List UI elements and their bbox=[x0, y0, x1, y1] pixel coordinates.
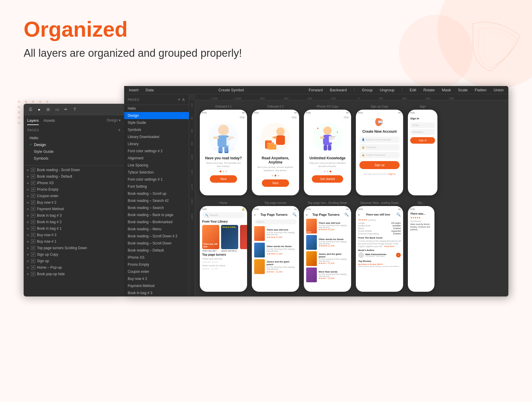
menu-create-symbol[interactable]: Create Symbol bbox=[218, 88, 244, 92]
app-logo: 📖 bbox=[374, 117, 385, 128]
page-entry-buy-now-2[interactable]: Buy now # 2 bbox=[124, 275, 189, 282]
menu-scale[interactable]: Scale bbox=[458, 88, 468, 92]
page-entry-styleguide[interactable]: Style Guide bbox=[124, 119, 189, 126]
search-icon-disc[interactable]: 🔍 bbox=[396, 213, 401, 217]
page-entry-iphone-xs[interactable]: iPhone XS bbox=[124, 254, 189, 261]
onboard-1-btn[interactable]: Next bbox=[210, 175, 237, 183]
resize-tool-icon[interactable]: ⊞ bbox=[45, 106, 51, 113]
layer-book-popup-hide[interactable]: ▶ # Book pop-up hide bbox=[24, 271, 124, 277]
page-entry-font-setting[interactable]: Font Setting bbox=[124, 183, 189, 190]
layers-toolbar: ☰ ▸ ⊞ ▭ ✒ T bbox=[24, 104, 124, 115]
page-entry-alignment[interactable]: Alignment bbox=[124, 155, 189, 162]
page-entry-book-default[interactable]: Book reading – Default bbox=[124, 247, 189, 254]
page-entry-hello[interactable]: Hello bbox=[124, 105, 189, 112]
menu-rotate[interactable]: Rotate bbox=[423, 88, 434, 92]
layer-frame-icon: # bbox=[31, 181, 35, 185]
svg-text:📖: 📖 bbox=[378, 120, 383, 125]
menu-mask[interactable]: Mask bbox=[442, 88, 451, 92]
menu-forward[interactable]: Forward bbox=[309, 88, 323, 92]
canvas-area[interactable]: -1,200 -1,000 -800 -600 -400 -200 0 200 … bbox=[189, 94, 508, 296]
menu-edit[interactable]: Edit bbox=[410, 88, 416, 92]
layer-home-popup[interactable]: ▶ # Home – Pop-up bbox=[24, 264, 124, 271]
sign-in-btn[interactable]: Sign in bbox=[410, 137, 435, 144]
menu-insert[interactable]: Insert bbox=[129, 88, 139, 92]
text-tool-icon[interactable]: T bbox=[72, 106, 78, 113]
layer-signup[interactable]: ▶ # Sign up bbox=[24, 258, 124, 264]
layer-coupon-enter[interactable]: ▶ # Coupon enter bbox=[24, 193, 124, 199]
layer-book-reading-default[interactable]: ▶ # Book reading - Default bbox=[24, 173, 124, 180]
menu-backward[interactable]: Backward bbox=[330, 88, 347, 92]
select-tool-icon[interactable]: ▸ bbox=[36, 106, 43, 113]
search-icon[interactable]: 🔍 bbox=[292, 213, 297, 217]
menu-group[interactable]: Group bbox=[362, 88, 373, 92]
page-entry-library-downloaded[interactable]: Library Downloaded bbox=[124, 133, 189, 140]
page-entry-promo-empty[interactable]: Promo Empty bbox=[124, 261, 189, 268]
page-entry-book-bookmarked[interactable]: Book reading – Bookmarked bbox=[124, 218, 189, 226]
collapse-icon: ▶ bbox=[27, 214, 29, 217]
svg-rect-31 bbox=[330, 139, 335, 140]
page-design[interactable]: ✓ Design bbox=[27, 141, 121, 148]
content-area: ☰ ▸ ⊞ ▭ ✒ T Layers Assets Design ▾ Pages… bbox=[0, 86, 532, 296]
layer-frame-icon: # bbox=[31, 194, 35, 198]
page-entry-design[interactable]: Design bbox=[124, 112, 189, 119]
signup-btn[interactable]: Sign up bbox=[359, 161, 400, 169]
page-entry-book-scroll-down-2[interactable]: Book reading – Scroll Down # 2 bbox=[124, 233, 189, 240]
page-entry-payment[interactable]: Payment Method bbox=[124, 282, 189, 289]
menu-ungroup[interactable]: Ungroup bbox=[380, 88, 395, 92]
pages-panel-header: PAGES + ∧ bbox=[124, 94, 189, 105]
page-entry-tyface[interactable]: Tyface Selection bbox=[124, 169, 189, 176]
pages-panel-title: PAGES bbox=[128, 98, 140, 101]
iphone-xs-btn[interactable]: Get started bbox=[312, 175, 343, 183]
page-entry-book-menu[interactable]: Book reading – Menu bbox=[124, 226, 189, 233]
canvas-phones-container[interactable]: Onboard # 1 9:41 ▪▪▪ Skip bbox=[195, 100, 508, 296]
design-tool: Insert Data Create Symbol Forward Backwa… bbox=[124, 86, 508, 296]
page-entry-line-spacing[interactable]: Line Spacing bbox=[124, 162, 189, 169]
layer-promo-empty[interactable]: ▶ # Promo Empty bbox=[24, 186, 124, 193]
svg-point-17 bbox=[276, 127, 285, 136]
layer-buy-now-3[interactable]: ▶ # Buy now # 3 bbox=[24, 232, 124, 238]
layer-book-reading-scroll-down[interactable]: ▶ # Book reading - Scroll Down bbox=[24, 167, 124, 173]
pen-tool-icon[interactable]: ✒ bbox=[63, 106, 69, 113]
add-page-button[interactable]: + bbox=[118, 127, 121, 133]
layer-iphone-xs[interactable]: ▶ # iPhone XS bbox=[24, 180, 124, 186]
tool-menubar: Insert Data Create Symbol Forward Backwa… bbox=[124, 86, 508, 94]
page-entry-symbols[interactable]: Symbols bbox=[124, 126, 189, 133]
collapse-icon: ▶ bbox=[27, 266, 29, 269]
page-entry-book-scroll-down[interactable]: Book reading – Scroll Down bbox=[124, 240, 189, 247]
layer-buy-now-1[interactable]: ▶ # Buy now # 1 bbox=[24, 238, 124, 245]
layer-buy-now-2[interactable]: ▶ # Buy now # 2 bbox=[24, 199, 124, 206]
page-entry-book-search-2[interactable]: Book reading – Search #2 bbox=[124, 197, 189, 204]
phones-row-1: Onboard # 1 9:41 ▪▪▪ Skip bbox=[200, 105, 504, 195]
page-symbols[interactable]: Symbols bbox=[27, 155, 121, 162]
page-hello[interactable]: Hello bbox=[27, 134, 121, 141]
divider-1 bbox=[24, 165, 124, 166]
page-entry-book-scroll-up[interactable]: Book reading – Scroll up bbox=[124, 190, 189, 197]
onboard-2-btn[interactable]: Next bbox=[262, 179, 289, 187]
page-entry-font-color-1[interactable]: Font color settings # 1 bbox=[124, 176, 189, 183]
tab-layers[interactable]: Layers bbox=[27, 117, 39, 125]
layer-book-bag-3[interactable]: ▶ # Book in bag # 3 bbox=[24, 212, 124, 219]
layer-book-bag-2[interactable]: ▶ # Book in bag # 2 bbox=[24, 219, 124, 225]
pages-add-button[interactable]: + ∧ bbox=[178, 97, 185, 102]
menu-union[interactable]: Union bbox=[494, 88, 504, 92]
shape-tool-icon[interactable]: ▭ bbox=[54, 106, 60, 113]
page-style-guide[interactable]: Style Guide bbox=[27, 148, 121, 155]
menu-flatten[interactable]: Flatten bbox=[475, 88, 486, 92]
page-entry-book-bag-3[interactable]: Book in bag # 3 bbox=[124, 289, 189, 296]
layer-signup-copy[interactable]: ▶ # Sign up Copy bbox=[24, 251, 124, 258]
layers-panel: ☰ ▸ ⊞ ▭ ✒ T Layers Assets Design ▾ Pages… bbox=[24, 104, 124, 296]
layer-book-bag-1[interactable]: ▶ # Book in bag # 1 bbox=[24, 225, 124, 232]
layer-payment-method[interactable]: ▶ # Payment Method bbox=[24, 206, 124, 212]
page-entry-library[interactable]: Library bbox=[124, 140, 189, 147]
page-entry-coupon[interactable]: Coupon enter bbox=[124, 268, 189, 275]
hamburger-icon[interactable]: ☰ bbox=[27, 106, 34, 113]
search-icon-2[interactable]: 🔍 bbox=[344, 213, 349, 217]
page-entry-font-color-2[interactable]: Font color settings # 2 bbox=[124, 147, 189, 155]
layer-top-page-turners[interactable]: ▶ # Top page turners Scolling Down bbox=[24, 245, 124, 251]
page-entry-book-back-to-page[interactable]: Book reading – Back to page bbox=[124, 211, 189, 218]
tab-assets[interactable]: Assets bbox=[43, 117, 55, 125]
page-entry-book-search[interactable]: Book reading – Search bbox=[124, 204, 189, 211]
design-label[interactable]: Design ▾ bbox=[107, 117, 121, 125]
menu-data[interactable]: Data bbox=[146, 88, 154, 92]
collapse-icon: ▶ bbox=[27, 221, 29, 223]
